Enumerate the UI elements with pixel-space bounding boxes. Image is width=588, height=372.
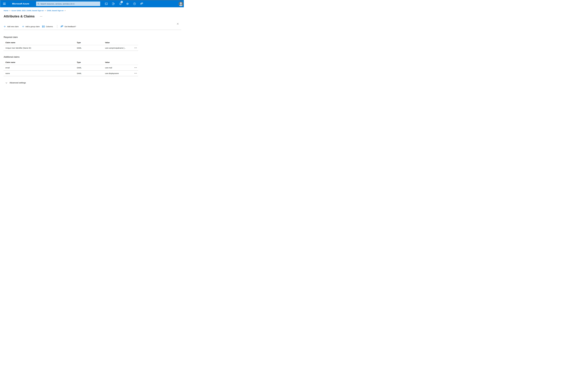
settings-button[interactable] [124, 0, 131, 7]
breadcrumb-separator: > [64, 10, 65, 12]
advanced-settings-label: Advanced settings [10, 82, 26, 84]
column-header-claim-name: Claim name [5, 61, 77, 63]
column-header-value: Value [105, 42, 133, 43]
avatar[interactable] [178, 1, 183, 6]
column-header-type: Type [77, 42, 105, 43]
breadcrumb-separator: > [10, 10, 10, 12]
column-header-type: Type [77, 61, 105, 63]
feedback-icon [140, 2, 143, 5]
got-feedback-button[interactable]: Got feedback? [60, 25, 76, 28]
table-row[interactable]: email SAML user.mail [3, 65, 138, 71]
plus-icon [4, 25, 6, 28]
directory-filter-button[interactable] [110, 0, 117, 7]
title-row: Attributes & Claims [4, 14, 184, 18]
column-header-value: Value [105, 61, 133, 63]
global-search-box[interactable] [36, 1, 100, 6]
ellipsis-icon [134, 73, 137, 74]
breadcrumb-saml-signon[interactable]: SAML-based Sign-on [47, 10, 64, 12]
claim-name-cell: email [5, 67, 77, 69]
feedback-icon [60, 25, 63, 28]
more-menu-icon[interactable] [40, 16, 42, 17]
search-icon [38, 3, 39, 5]
table-header-row: Claim name Type Value [3, 60, 138, 65]
svg-text:?: ? [134, 3, 135, 5]
topbar-actions: 6 ? [103, 0, 145, 7]
claim-type-cell: SAML [77, 67, 105, 69]
claim-type-cell: SAML [77, 47, 105, 49]
claim-name-cell: Unique User Identifier (Name ID) [5, 47, 77, 49]
add-group-claim-button[interactable]: Add a group claim [22, 25, 40, 28]
columns-label: Columns [46, 26, 53, 28]
topbar-left-sheen [0, 0, 0, 7]
notifications-button[interactable]: 6 [117, 0, 124, 7]
close-icon [177, 23, 179, 25]
add-group-claim-label: Add a group claim [26, 26, 40, 28]
help-button[interactable]: ? [131, 0, 138, 7]
cloud-shell-button[interactable] [103, 0, 110, 7]
claim-type-cell: SAML [77, 72, 105, 74]
directory-filter-icon [112, 2, 115, 5]
required-claim-heading: Required claim [4, 36, 184, 39]
claim-value-cell: user.userprincipalname [... [105, 47, 133, 49]
ellipsis-icon [134, 48, 137, 48]
breadcrumb-separator: > [45, 10, 46, 12]
additional-claims-table: Claim name Type Value email SAML user.ma… [3, 60, 138, 76]
required-claim-table: Claim name Type Value Unique User Identi… [3, 40, 138, 51]
command-bar-divider [3, 30, 181, 30]
add-new-claim-button[interactable]: Add new claim [4, 25, 19, 28]
azure-portal-window: Microsoft Azure [0, 0, 184, 93]
search-input[interactable] [41, 3, 99, 5]
help-icon: ? [133, 2, 136, 5]
breadcrumb-saml-sso[interactable]: Azure SAML SSO | SAML-based Sign-on [11, 10, 44, 12]
columns-icon [42, 26, 45, 27]
plus-icon [22, 25, 24, 28]
avatar-head [180, 2, 182, 4]
command-bar: Add new claim Add a group claim Columns [4, 25, 184, 28]
ellipsis-icon [134, 67, 137, 68]
claim-name-cell: name [5, 72, 77, 74]
row-menu-button[interactable] [133, 71, 138, 76]
columns-button[interactable]: Columns [42, 26, 53, 28]
window-top-edge [0, 0, 184, 0]
advanced-settings-toggle[interactable]: Advanced settings [5, 82, 26, 84]
hamburger-menu-icon[interactable] [3, 0, 6, 7]
table-row[interactable]: name SAML user.displayname [3, 71, 138, 76]
breadcrumb: Home > Azure SAML SSO | SAML-based Sign-… [4, 10, 184, 12]
top-bar: Microsoft Azure [0, 0, 184, 7]
breadcrumb-home[interactable]: Home [4, 10, 8, 12]
page-title: Attributes & Claims [4, 14, 35, 18]
column-header-claim-name: Claim name [5, 42, 77, 43]
table-row[interactable]: Unique User Identifier (Name ID) SAML us… [3, 45, 138, 51]
content-pane: Home > Azure SAML SSO | SAML-based Sign-… [0, 7, 184, 93]
table-header-row: Claim name Type Value [3, 40, 138, 45]
claim-value-cell: user.mail [105, 67, 133, 69]
row-menu-button[interactable] [133, 65, 138, 70]
toolbar-divider [57, 25, 57, 28]
got-feedback-label: Got feedback? [64, 26, 76, 28]
cloud-shell-icon [105, 2, 108, 5]
claim-value-cell: user.displayname [105, 72, 133, 74]
add-new-claim-label: Add new claim [7, 26, 19, 28]
row-menu-button[interactable] [133, 45, 138, 51]
avatar-body [179, 5, 183, 6]
notification-badge: 6 [121, 1, 123, 3]
brand-title[interactable]: Microsoft Azure [12, 0, 29, 7]
chevron-down-icon [5, 82, 7, 84]
feedback-button[interactable] [138, 0, 145, 7]
settings-gear-icon [126, 2, 129, 5]
close-button[interactable] [176, 22, 179, 25]
additional-claims-heading: Additional claims [4, 55, 184, 58]
